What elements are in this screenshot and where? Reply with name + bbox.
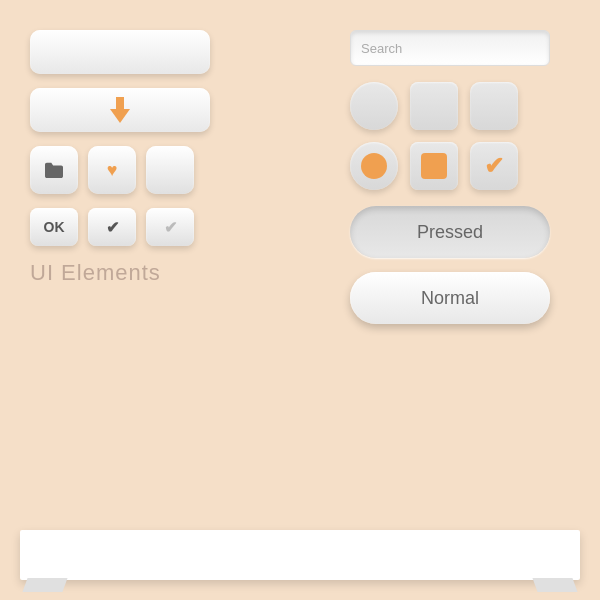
normal-label: Normal — [421, 288, 479, 309]
radio-selected[interactable] — [350, 142, 398, 190]
checkmark-dark-icon: ✔ — [106, 218, 119, 237]
folder-button[interactable] — [30, 146, 78, 194]
download-button[interactable] — [30, 88, 210, 132]
checkmark-dark-button[interactable]: ✔ — [88, 208, 136, 246]
ok-button[interactable]: OK — [30, 208, 78, 246]
checkmark-orange-icon: ✔ — [484, 152, 504, 180]
checkbox-rounded-unselected[interactable] — [470, 82, 518, 130]
ui-elements-label: UI Elements — [30, 260, 270, 286]
left-column: ♥ OK ✔ ✔ UI Elements — [30, 30, 270, 286]
ok-label: OK — [44, 219, 65, 235]
checkbox-checkmark[interactable]: ✔ — [470, 142, 518, 190]
selected-controls-row: ✔ — [350, 142, 570, 190]
plain-button[interactable] — [30, 30, 210, 74]
icon-button-row: ♥ — [30, 146, 270, 194]
checkmark-light-button[interactable]: ✔ — [146, 208, 194, 246]
main-container: ♥ OK ✔ ✔ UI Elements Search — [0, 0, 600, 600]
pressed-label: Pressed — [417, 222, 483, 243]
radio-unselected[interactable] — [350, 82, 398, 130]
search-placeholder: Search — [361, 41, 402, 56]
checkbox-square-selected[interactable] — [410, 142, 458, 190]
checkmark-light-icon: ✔ — [164, 218, 177, 237]
bottom-banner — [20, 530, 580, 580]
pressed-button[interactable]: Pressed — [350, 206, 550, 258]
unselected-controls-row — [350, 82, 570, 130]
heart-button[interactable]: ♥ — [88, 146, 136, 194]
empty-icon-button[interactable] — [146, 146, 194, 194]
small-button-row: OK ✔ ✔ — [30, 208, 270, 246]
search-box[interactable]: Search — [350, 30, 550, 66]
right-column: Search ✔ Pressed Normal — [350, 30, 570, 338]
folder-icon — [43, 161, 65, 179]
radio-fill — [361, 153, 387, 179]
normal-button[interactable]: Normal — [350, 272, 550, 324]
checkbox-square-unselected[interactable] — [410, 82, 458, 130]
checkbox-fill — [421, 153, 447, 179]
heart-icon: ♥ — [107, 160, 118, 181]
download-arrow-icon — [110, 97, 130, 123]
